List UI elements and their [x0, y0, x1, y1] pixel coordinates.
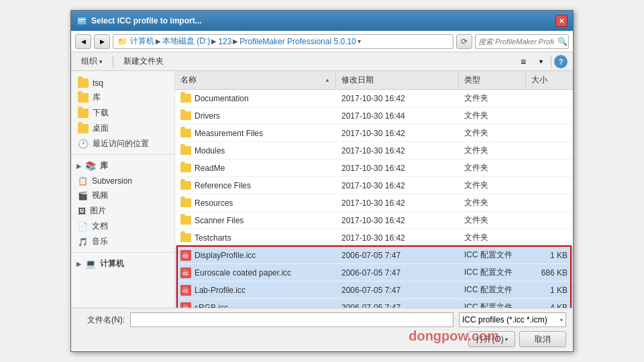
view-toggle-button[interactable]: ▾	[533, 54, 548, 69]
file-cell-date: 2017-10-30 16:42	[336, 143, 459, 158]
col-header-date[interactable]: 修改日期	[336, 73, 459, 87]
search-icon[interactable]: 🔍	[557, 35, 568, 48]
title-bar: Select ICC profile to import... ✕	[71, 11, 573, 31]
file-name-text: Drivers	[195, 111, 220, 121]
file-cell-size: 1 KB	[526, 283, 573, 297]
sidebar-item-images[interactable]: 🖼 图片	[71, 203, 174, 219]
views-button[interactable]: ≡	[516, 54, 531, 69]
search-input[interactable]	[476, 38, 557, 46]
col-header-type[interactable]: 类型	[459, 73, 526, 87]
file-row[interactable]: Measurement Files2017-10-30 16:42文件夹	[175, 125, 573, 142]
help-button[interactable]: ?	[554, 55, 568, 68]
filetype-dropdown[interactable]: ICC profiles (*.icc *.icm) ▾	[459, 312, 566, 327]
col-type-label: 类型	[464, 74, 480, 86]
filename-input[interactable]	[130, 312, 453, 327]
file-cell-date: 2017-10-30 16:42	[336, 126, 459, 140]
organize-button[interactable]: 组织 ▾	[76, 54, 107, 69]
sidebar-section-computer[interactable]: ▶ 💻 计算机	[71, 255, 174, 272]
file-cell-date: 2017-10-30 16:42	[336, 196, 459, 210]
organize-arrow: ▾	[99, 58, 103, 65]
breadcrumb[interactable]: 📁 计算机 ▶ 本地磁盘 (D:) ▶ 123 ▶ ProfileMaker P…	[113, 34, 453, 49]
icc-file-icon: ICC	[180, 267, 191, 278]
file-cell-type: 文件夹	[459, 91, 526, 105]
file-cell-size	[526, 143, 573, 158]
column-headers: 名称 ▲ 修改日期 类型 大小	[175, 71, 573, 90]
folder-icon	[180, 94, 191, 103]
sidebar-item-video[interactable]: 🎬 视频	[71, 188, 174, 203]
refresh-button[interactable]: ⟳	[456, 34, 472, 49]
sidebar-item-downloads[interactable]: 下载	[71, 105, 174, 121]
sidebar-label-video: 视频	[92, 190, 108, 201]
dialog-window: Select ICC profile to import... ✕ ◀ ▶ 📁 …	[70, 10, 574, 352]
sidebar-section-library[interactable]: ▶ 📚 库	[71, 158, 174, 174]
sidebar-item-music[interactable]: 🎵 音乐	[71, 234, 174, 249]
breadcrumb-part-2[interactable]: 本地磁盘 (D:)	[162, 36, 210, 47]
address-bar: ◀ ▶ 📁 计算机 ▶ 本地磁盘 (D:) ▶ 123 ▶ ProfileMak…	[71, 31, 573, 52]
open-button[interactable]: 打开(O) ▾	[468, 331, 515, 347]
file-cell-name: Measurement Files	[175, 126, 336, 140]
search-box[interactable]: 🔍	[475, 34, 569, 49]
filetype-dropdown-arrow: ▾	[560, 317, 563, 323]
file-row[interactable]: ICCLab-Profile.icc2006-07-05 7:47ICC 配置文…	[175, 282, 573, 299]
breadcrumb-part-4[interactable]: ProfileMaker Professional 5.0.10	[239, 37, 356, 46]
sidebar-item-docs[interactable]: 📄 文档	[71, 219, 174, 234]
file-list-scroll-container: Documentation2017-10-30 16:42文件夹Drivers2…	[175, 90, 573, 308]
folder-icon	[180, 233, 191, 242]
folder-icon	[180, 181, 191, 190]
file-cell-size	[526, 231, 573, 245]
file-row[interactable]: Resources2017-10-30 16:42文件夹	[175, 194, 573, 212]
col-header-name[interactable]: 名称 ▲	[175, 73, 336, 87]
file-cell-date: 2017-10-30 16:42	[336, 231, 459, 245]
file-list: Documentation2017-10-30 16:42文件夹Drivers2…	[175, 90, 573, 308]
col-date-label: 修改日期	[341, 74, 374, 86]
sidebar-item-recent[interactable]: 🕐 最近访问的位置	[71, 136, 174, 152]
file-row[interactable]: ICCDisplayProfile.icc2006-07-05 7:47ICC …	[175, 247, 573, 264]
file-name-text: Testcharts	[195, 233, 231, 243]
folder-icon	[180, 129, 191, 137]
file-list-area: 名称 ▲ 修改日期 类型 大小 Documentation2017-10-30 …	[175, 71, 573, 308]
sidebar-item-subversion[interactable]: 📋 Subversion	[71, 174, 174, 188]
new-folder-button[interactable]: 新建文件夹	[119, 54, 168, 69]
back-button[interactable]: ◀	[75, 34, 91, 49]
file-cell-type: 文件夹	[459, 143, 526, 158]
file-row[interactable]: Scanner Files2017-10-30 16:42文件夹	[175, 212, 573, 229]
cancel-button[interactable]: 取消	[519, 331, 566, 347]
sidebar-label-subversion: Subversion	[92, 176, 132, 186]
file-row[interactable]: Reference Files2017-10-30 16:42文件夹	[175, 177, 573, 194]
sidebar-divider-1	[71, 154, 174, 155]
file-row[interactable]: ICCsRGB.icc2006-07-05 7:47ICC 配置文件4 KB	[175, 299, 573, 308]
breadcrumb-part-1[interactable]: 计算机	[130, 36, 154, 47]
close-button[interactable]: ✕	[555, 15, 568, 27]
col-name-label: 名称	[180, 74, 197, 86]
file-name-text: sRGB.icc	[195, 303, 228, 308]
forward-button[interactable]: ▶	[94, 34, 110, 49]
file-cell-type: 文件夹	[459, 213, 526, 227]
back-icon: ◀	[81, 38, 86, 45]
file-cell-size: 1 KB	[526, 248, 573, 262]
views-icon: ≡	[521, 56, 526, 67]
path-sep-2: ▶	[211, 38, 217, 45]
file-row[interactable]: Testcharts2017-10-30 16:42文件夹	[175, 229, 573, 247]
file-cell-date: 2006-07-05 7:47	[336, 265, 459, 280]
file-cell-size	[526, 161, 573, 175]
breadcrumb-part-3[interactable]: 123	[218, 37, 231, 46]
svg-text:ICC: ICC	[182, 306, 189, 308]
col-header-size[interactable]: 大小	[526, 73, 573, 87]
file-cell-date: 2017-10-30 16:44	[336, 109, 459, 123]
file-row[interactable]: ICCEuroscale coated paper.icc2006-07-05 …	[175, 264, 573, 282]
sidebar-item-tsq[interactable]: tsq	[71, 76, 174, 90]
file-row[interactable]: Modules2017-10-30 16:42文件夹	[175, 142, 573, 160]
svg-rect-2	[78, 21, 83, 22]
folder-icon	[180, 146, 191, 155]
library-expand-icon: ▶	[76, 163, 81, 170]
sidebar: tsq 库 下载 桌面 🕐 最近访问的位置 ▶ 📚 库	[71, 71, 175, 308]
toolbar-separator	[113, 56, 113, 68]
file-row[interactable]: Drivers2017-10-30 16:44文件夹	[175, 107, 573, 125]
sidebar-item-desktop[interactable]: 桌面	[71, 121, 174, 136]
sidebar-label-images: 图片	[90, 205, 106, 217]
file-row[interactable]: ReadMe2017-10-30 16:42文件夹	[175, 160, 573, 177]
sidebar-item-library-top[interactable]: 库	[71, 90, 174, 105]
file-name-text: Reference Files	[195, 181, 251, 190]
file-cell-name: ICCDisplayProfile.icc	[175, 248, 336, 262]
file-row[interactable]: Documentation2017-10-30 16:42文件夹	[175, 90, 573, 107]
